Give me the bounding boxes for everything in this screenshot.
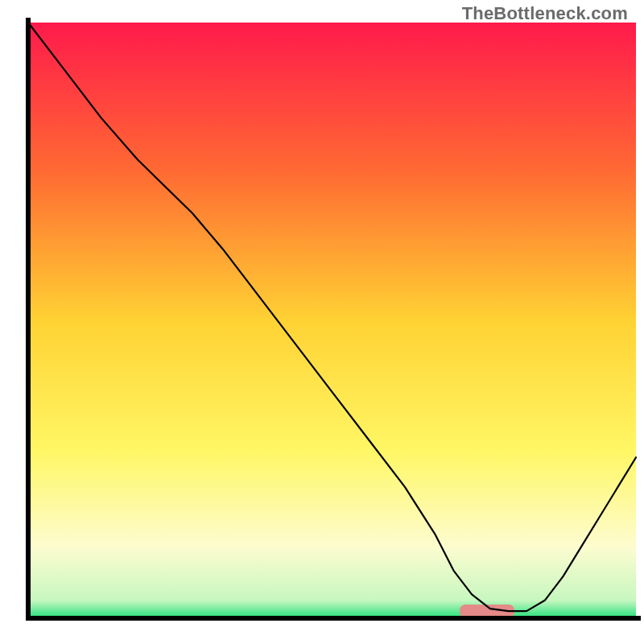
chart-canvas — [0, 0, 644, 644]
plot-background — [28, 23, 636, 618]
watermark-text: TheBottleneck.com — [462, 3, 628, 24]
